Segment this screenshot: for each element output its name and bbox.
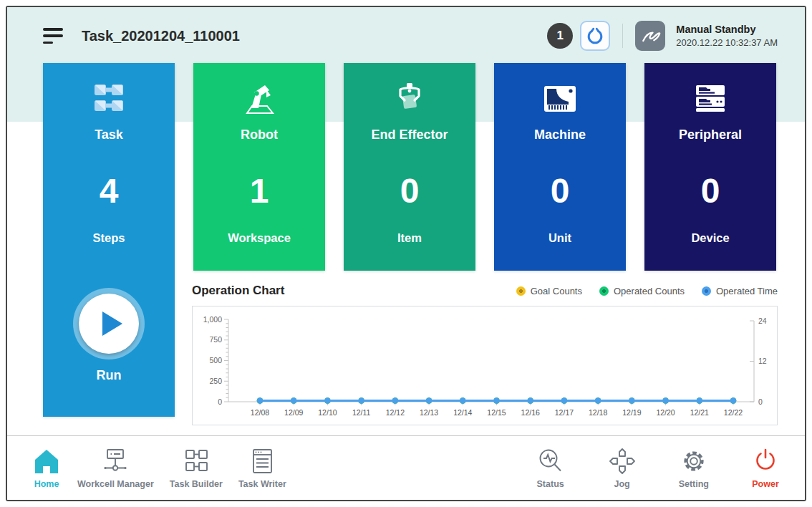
robot-state-timestamp: 2020.12.22 10:32:37 AM: [676, 37, 778, 49]
nav-power[interactable]: Power: [750, 447, 780, 489]
peripheral-card[interactable]: Peripheral 0 Device: [644, 63, 776, 271]
svg-text:12/18: 12/18: [589, 408, 607, 417]
workcell-manager-icon: [100, 447, 130, 475]
menu-icon[interactable]: [43, 28, 64, 44]
card-value: 4: [100, 171, 119, 211]
status-icon: [536, 447, 566, 475]
legend-label: Operated Time: [716, 286, 778, 296]
machine-card[interactable]: Machine 0 Unit: [494, 63, 626, 271]
home-icon: [32, 447, 62, 475]
run-button-ring: [73, 288, 145, 359]
robot-arm-icon: [241, 82, 277, 115]
card-unit: Steps: [93, 231, 125, 245]
svg-text:12/19: 12/19: [622, 408, 641, 417]
app-window: Task_20201204_110001 1 Manual Standby: [0, 0, 812, 507]
operation-chart-plot: 1,00075050025002412012/0812/0912/1012/11…: [193, 306, 777, 425]
card-unit: Unit: [548, 231, 571, 245]
task-card[interactable]: Task 4 Steps Run: [43, 63, 175, 417]
svg-text:12/16: 12/16: [521, 408, 540, 417]
legend-operated-counts: Operated Counts: [599, 286, 685, 296]
svg-text:12/11: 12/11: [352, 408, 371, 417]
nav-label: Status: [537, 479, 564, 489]
nav-status[interactable]: Status: [536, 447, 566, 489]
legend-label: Goal Counts: [531, 286, 582, 296]
svg-text:0: 0: [758, 397, 763, 406]
peripheral-icon: [693, 83, 728, 115]
goal-counts-dot-icon: [516, 286, 526, 296]
nav-label: Setting: [679, 479, 709, 489]
legend-goal-counts: Goal Counts: [516, 286, 582, 296]
svg-text:12: 12: [758, 357, 767, 365]
svg-text:250: 250: [209, 377, 222, 385]
gripper-button[interactable]: [580, 21, 610, 51]
robot-card[interactable]: Robot 1 Workspace: [193, 63, 325, 271]
legend-label: Operated Counts: [614, 286, 685, 296]
nav-label: Workcell Manager: [77, 479, 154, 489]
svg-text:1,000: 1,000: [203, 315, 222, 324]
chart-title: Operation Chart: [192, 284, 284, 298]
card-value: 0: [400, 171, 420, 211]
svg-text:12/14: 12/14: [453, 408, 472, 417]
hand-glyph: [639, 25, 661, 47]
nav-label: Task Writer: [238, 479, 286, 489]
svg-text:12/21: 12/21: [690, 408, 709, 417]
card-unit: Workspace: [228, 231, 291, 245]
jog-icon: [607, 447, 637, 475]
nav-label: Power: [752, 479, 779, 489]
task-builder-icon: [181, 447, 211, 475]
nav-jog[interactable]: Jog: [607, 447, 637, 489]
end-effector-card[interactable]: End Effector 0 Item: [344, 63, 475, 271]
power-icon: [750, 447, 780, 475]
operation-chart-section: Operation Chart Goal Counts Operated Cou…: [192, 282, 778, 425]
nav-task-builder[interactable]: Task Builder: [170, 447, 223, 489]
nav-label: Task Builder: [170, 479, 223, 489]
svg-text:24: 24: [758, 317, 767, 325]
task-blocks-icon: [92, 83, 125, 115]
svg-text:12/12: 12/12: [386, 408, 405, 417]
legend-operated-time: Operated Time: [702, 286, 778, 296]
svg-text:12/22: 12/22: [724, 408, 743, 417]
nav-home[interactable]: Home: [32, 447, 62, 489]
nav-task-writer[interactable]: Task Writer: [238, 447, 286, 489]
nav-workcell-manager[interactable]: Workcell Manager: [77, 447, 154, 489]
svg-text:750: 750: [209, 335, 222, 344]
card-value: 1: [250, 171, 269, 211]
page-title: Task_20201204_110001: [82, 28, 240, 44]
card-label: Task: [95, 127, 123, 143]
svg-text:12/13: 12/13: [420, 408, 438, 417]
chart-legend: Goal Counts Operated Counts Operated Tim…: [516, 286, 778, 296]
nav-label: Jog: [614, 479, 630, 489]
card-label: Machine: [534, 127, 586, 143]
header-divider: [622, 24, 623, 48]
gripper-icon: [586, 26, 604, 46]
setting-icon: [679, 447, 709, 475]
operated-counts-dot-icon: [599, 286, 609, 296]
machine-icon: [543, 84, 577, 114]
topbar-right-group: 1 Manual Standby 2020.12.22 10:32:37 AM: [547, 21, 778, 51]
task-writer-icon: [247, 447, 277, 475]
bottom-nav: Home Workcell Manager: [7, 435, 805, 500]
card-value: 0: [551, 171, 570, 211]
card-label: End Effector: [371, 127, 448, 143]
run-button-label: Run: [97, 368, 122, 383]
card-value: 0: [701, 171, 720, 211]
svg-text:12/08: 12/08: [251, 408, 269, 417]
app-frame: Task_20201204_110001 1 Manual Standby: [6, 6, 806, 501]
svg-text:12/20: 12/20: [656, 408, 675, 417]
play-icon: [102, 312, 122, 336]
svg-text:12/15: 12/15: [487, 408, 506, 417]
notification-badge: 1: [547, 23, 573, 49]
nav-label: Home: [34, 479, 59, 489]
card-label: Peripheral: [679, 127, 742, 143]
manual-hand-icon[interactable]: [635, 21, 665, 51]
card-unit: Item: [397, 231, 422, 245]
robot-state[interactable]: Manual Standby 2020.12.22 10:32:37 AM: [676, 23, 778, 49]
nav-setting[interactable]: Setting: [679, 447, 709, 489]
card-label: Robot: [241, 127, 278, 143]
operated-time-dot-icon: [702, 286, 711, 296]
top-bar: Task_20201204_110001 1 Manual Standby: [7, 7, 805, 64]
operation-chart: 1,00075050025002412012/0812/0912/1012/11…: [192, 306, 778, 425]
robot-state-label: Manual Standby: [676, 23, 778, 36]
svg-text:12/17: 12/17: [555, 408, 574, 417]
run-button[interactable]: Run: [73, 288, 145, 383]
